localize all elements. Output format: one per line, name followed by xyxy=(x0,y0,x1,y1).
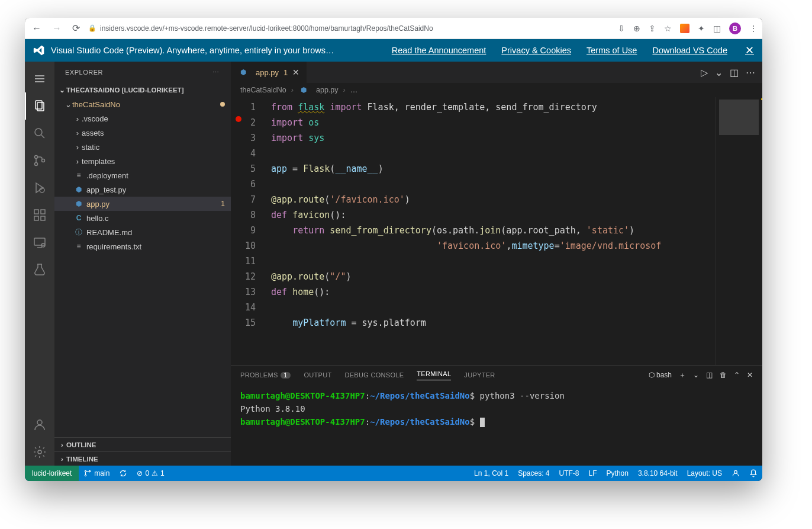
source-control-icon[interactable] xyxy=(25,147,54,174)
menu-icon[interactable]: ⋮ xyxy=(749,24,758,33)
run-debug-icon[interactable] xyxy=(25,174,54,201)
keyboard-layout[interactable]: Layout: US xyxy=(682,466,727,481)
extensions-icon[interactable]: ✦ xyxy=(698,24,705,33)
extensions-icon[interactable] xyxy=(25,201,54,229)
code-editor[interactable]: 1 2 3 4 5 6 7 8 9 10 11 12 13 14 15 xyxy=(231,97,762,365)
terminal-user: bamurtagh@DESKTOP-4I37HP7 xyxy=(240,417,365,427)
testing-icon[interactable] xyxy=(25,256,54,283)
editor-tab[interactable]: ⬢ app.py 1 ✕ xyxy=(231,62,307,83)
tab-problems[interactable]: PROBLEMS1 xyxy=(240,371,291,379)
browser-actions: ⇩ ⊕ ⇪ ☆ ✦ ◫ B ⋮ xyxy=(618,23,758,34)
breadcrumb[interactable]: theCatSaidNo › ⬢ app.py › … xyxy=(231,83,762,97)
banner-link[interactable]: Privacy & Cookies xyxy=(501,46,571,55)
tab-output[interactable]: OUTPUT xyxy=(304,371,331,379)
file-item[interactable]: ⓘREADME.md xyxy=(54,225,231,239)
search-icon[interactable] xyxy=(25,120,54,147)
feedback-icon[interactable] xyxy=(727,466,745,481)
banner-link[interactable]: Read the Announcement xyxy=(392,46,486,55)
bookmark-icon[interactable]: ☆ xyxy=(664,24,672,33)
folder-item[interactable]: ›templates xyxy=(54,154,231,168)
python-interpreter[interactable]: 3.8.10 64-bit xyxy=(633,466,682,481)
svg-point-14 xyxy=(38,450,41,454)
install-icon[interactable]: ⇩ xyxy=(618,24,625,33)
forward-button[interactable]: → xyxy=(50,23,64,34)
file-icon: ≡ xyxy=(73,171,84,179)
section-label: TIMELINE xyxy=(66,456,98,463)
banner-link[interactable]: Download VS Code xyxy=(652,46,727,55)
run-icon[interactable]: ▷ xyxy=(701,67,708,78)
activity-bar xyxy=(25,62,54,466)
back-button[interactable]: ← xyxy=(30,23,44,34)
more-icon[interactable]: ⋯ xyxy=(746,67,755,78)
new-terminal-icon[interactable]: ＋ xyxy=(679,370,686,380)
panel-toolbar: ⬡ bash ＋ ⌄ ◫ 🗑 ⌃ ✕ xyxy=(649,370,753,380)
sync-button[interactable] xyxy=(114,466,132,481)
file-item[interactable]: Chello.c xyxy=(54,211,231,225)
language-mode[interactable]: Python xyxy=(602,466,633,481)
split-editor-icon[interactable]: ◫ xyxy=(730,67,739,78)
announcement-banner: Visual Studio Code (Preview). Anywhere, … xyxy=(25,39,762,62)
svg-rect-9 xyxy=(41,216,45,220)
file-item-active[interactable]: ⬢app.py1 xyxy=(54,197,231,211)
workspace-header[interactable]: ⌄ THECATSAIDNO [LUCID-LORIKEET] xyxy=(54,83,231,97)
problems-status[interactable]: ⊘0 ⚠1 xyxy=(132,466,169,481)
close-panel-icon[interactable]: ✕ xyxy=(747,371,753,379)
menu-icon[interactable] xyxy=(25,65,54,92)
file-item[interactable]: ≡.deployment xyxy=(54,168,231,182)
trash-icon[interactable]: 🗑 xyxy=(720,371,727,379)
notifications-icon[interactable] xyxy=(745,466,762,481)
maximize-panel-icon[interactable]: ⌃ xyxy=(734,371,740,379)
chevron-right-icon: › xyxy=(343,86,346,94)
reload-button[interactable]: ⟳ xyxy=(70,23,82,34)
accounts-icon[interactable] xyxy=(25,411,54,438)
folder-item[interactable]: ›static xyxy=(54,140,231,154)
git-branch[interactable]: main xyxy=(79,466,114,481)
chevron-down-icon[interactable]: ⌄ xyxy=(715,67,723,78)
outline-section[interactable]: ›OUTLINE xyxy=(54,437,231,451)
eol[interactable]: LF xyxy=(584,466,602,481)
url-bar[interactable]: 🔒 insiders.vscode.dev/+ms-vscode.remote-… xyxy=(88,24,612,33)
folder-root[interactable]: ⌄ theCatSaidNo xyxy=(54,97,231,111)
cursor-position[interactable]: Ln 1, Col 1 xyxy=(469,466,513,481)
folder-item[interactable]: ›assets xyxy=(54,126,231,140)
close-icon[interactable]: ✕ xyxy=(745,44,754,57)
breadcrumb-more[interactable]: … xyxy=(350,86,358,94)
tab-debug-console[interactable]: DEBUG CONSOLE xyxy=(344,371,404,379)
line-number: 14 xyxy=(231,300,256,315)
zoom-icon[interactable]: ⊕ xyxy=(633,24,640,33)
python-icon: ⬢ xyxy=(238,68,249,76)
terminal-content[interactable]: bamurtagh@DESKTOP-4I37HP7:~/Repos/theCat… xyxy=(231,384,762,466)
split-terminal-icon[interactable]: ◫ xyxy=(706,371,713,379)
shell-indicator[interactable]: ⬡ bash xyxy=(649,371,672,379)
status-bar: lucid-lorikeet main ⊘0 ⚠1 Ln 1, Col 1 Sp… xyxy=(25,466,762,481)
tab-jupyter[interactable]: JUPYTER xyxy=(464,371,495,379)
file-item[interactable]: ≡requirements.txt xyxy=(54,239,231,254)
breadcrumb-file[interactable]: app.py xyxy=(316,86,339,94)
tab-terminal[interactable]: TERMINAL xyxy=(417,370,451,380)
settings-icon[interactable] xyxy=(25,438,54,466)
file-item[interactable]: ⬢app_test.py xyxy=(54,182,231,197)
sidepanel-icon[interactable]: ◫ xyxy=(713,24,721,33)
minimap[interactable] xyxy=(715,97,762,365)
extension-icon[interactable] xyxy=(680,24,689,33)
breadcrumb-folder[interactable]: theCatSaidNo xyxy=(240,86,286,94)
share-icon[interactable]: ⇪ xyxy=(649,24,656,33)
more-actions-icon[interactable]: ⋯ xyxy=(212,69,220,76)
timeline-section[interactable]: ›TIMELINE xyxy=(54,451,231,466)
vscode-icon xyxy=(33,44,45,56)
breakpoint-icon[interactable] xyxy=(236,116,241,122)
svg-rect-11 xyxy=(34,238,45,245)
explorer-icon[interactable] xyxy=(25,92,54,120)
chevron-down-icon[interactable]: ⌄ xyxy=(693,371,699,379)
indentation[interactable]: Spaces: 4 xyxy=(513,466,554,481)
close-tab-icon[interactable]: ✕ xyxy=(292,68,299,77)
code-content[interactable]: from flask import Flask, render_template… xyxy=(264,97,762,365)
remote-explorer-icon[interactable] xyxy=(25,229,54,256)
remote-indicator[interactable]: lucid-lorikeet xyxy=(25,466,79,481)
file-label: app.py xyxy=(86,200,109,209)
python-icon: ⬢ xyxy=(73,185,84,194)
folder-item[interactable]: ›.vscode xyxy=(54,111,231,126)
profile-avatar[interactable]: B xyxy=(729,23,741,34)
banner-link[interactable]: Terms of Use xyxy=(587,46,637,55)
encoding[interactable]: UTF-8 xyxy=(555,466,584,481)
